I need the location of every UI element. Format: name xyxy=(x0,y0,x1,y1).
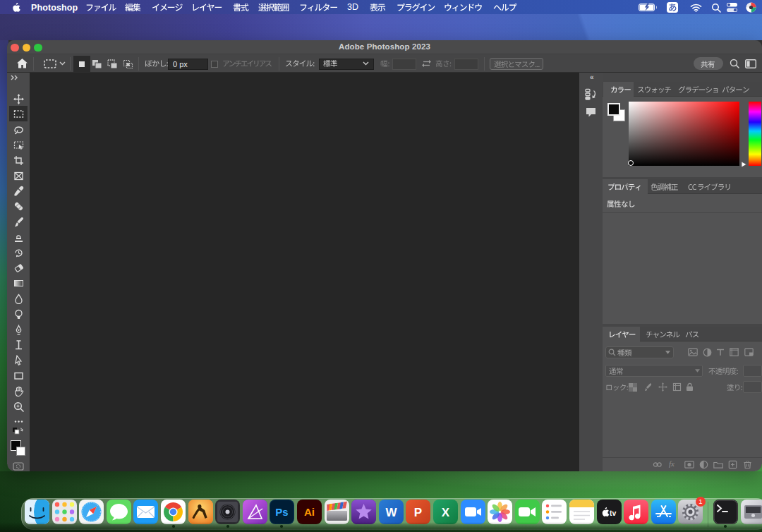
svg-text:P: P xyxy=(414,506,422,519)
svg-text:tv: tv xyxy=(610,509,616,517)
svg-text:X: X xyxy=(442,506,450,519)
svg-text:W: W xyxy=(385,506,397,519)
